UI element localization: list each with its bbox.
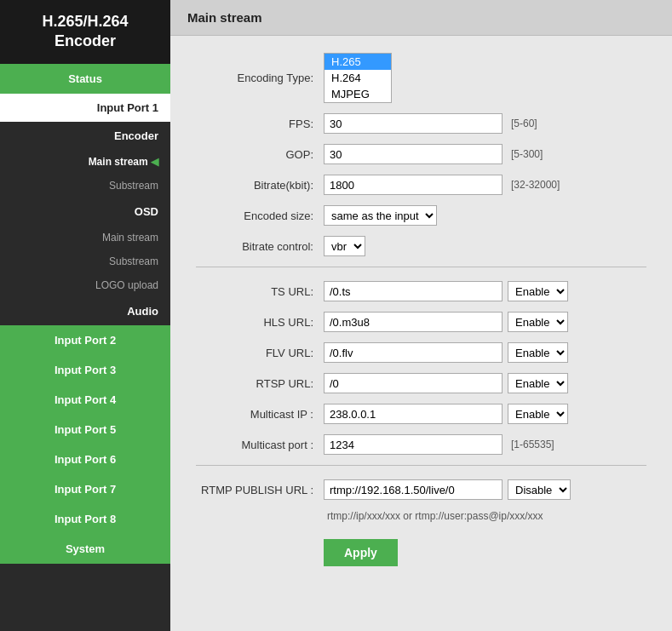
sidebar-item-input-port-1[interactable]: Input Port 1 (0, 94, 170, 122)
encoding-type-dropdown[interactable]: H.265 H.264 MJPEG (324, 53, 392, 103)
rtmp-url-control-wrap: Disable Enable (324, 479, 571, 500)
content-area: Encoding Type: H.265 H.264 MJPEG FPS: [5… (170, 36, 672, 594)
flv-url-input[interactable] (324, 342, 503, 363)
multicast-ip-input[interactable] (324, 404, 503, 424)
status-button[interactable]: Status (0, 64, 170, 94)
sidebar-item-substream[interactable]: Substream (0, 174, 170, 198)
rtmp-url-label: RTMP PUBLISH URL : (196, 484, 324, 496)
system-button[interactable]: System (0, 534, 170, 564)
multicast-port-input[interactable] (324, 434, 503, 455)
encoding-option-h264[interactable]: H.264 (325, 70, 391, 86)
rtsp-enable-select[interactable]: Enable (508, 373, 568, 393)
rtsp-url-input[interactable] (324, 373, 503, 393)
rtmp-url-input[interactable] (324, 479, 503, 500)
ts-url-row: TS URL: Enable (196, 281, 646, 301)
encoding-type-dropdown-wrap: H.265 H.264 MJPEG (324, 53, 392, 103)
gop-label: GOP: (196, 148, 324, 161)
hls-url-label: HLS URL: (196, 316, 324, 329)
encoded-size-label: Encoded size: (196, 209, 324, 222)
gop-control-wrap: [5-300] (324, 144, 543, 164)
sidebar: H.265/H.264 Encoder Status Input Port 1 … (0, 0, 170, 631)
divider-2 (196, 465, 646, 466)
rtsp-url-control-wrap: Enable (324, 373, 568, 393)
multicast-ip-enable-select[interactable]: Enable (508, 404, 568, 424)
hls-url-input[interactable] (324, 312, 503, 332)
sidebar-item-main-stream[interactable]: Main stream (0, 150, 170, 174)
flv-enable-select[interactable]: Enable (508, 342, 568, 363)
input-port-6-button[interactable]: Input Port 6 (0, 445, 170, 474)
input-port-5-button[interactable]: Input Port 5 (0, 415, 170, 445)
ts-url-input[interactable] (324, 281, 503, 301)
app-logo: H.265/H.264 Encoder (0, 0, 170, 64)
sidebar-item-osd[interactable]: OSD (0, 198, 170, 226)
multicast-port-row: Multicast port : [1-65535] (196, 434, 646, 455)
encoded-size-control-wrap: same as the input (324, 205, 437, 226)
flv-url-label: FLV URL: (196, 347, 324, 359)
fps-input[interactable] (324, 113, 503, 134)
encoded-size-select[interactable]: same as the input (324, 205, 437, 226)
bitrate-label: Bitrate(kbit): (196, 179, 324, 192)
ts-url-control-wrap: Enable (324, 281, 568, 301)
hls-url-row: HLS URL: Enable (196, 312, 646, 332)
hls-enable-select[interactable]: Enable (508, 312, 568, 332)
gop-row: GOP: [5-300] (196, 144, 646, 164)
input-port-4-button[interactable]: Input Port 4 (0, 385, 170, 415)
rtmp-hint-row: rtmp://ip/xxx/xxx or rtmp://user:pass@ip… (196, 510, 646, 522)
encoding-option-mjpeg[interactable]: MJPEG (325, 86, 391, 102)
page-title: Main stream (170, 0, 672, 36)
bitrate-range-hint: [32-32000] (511, 179, 560, 191)
encoding-type-label: Encoding Type: (196, 72, 324, 84)
apply-button[interactable]: Apply (324, 539, 398, 566)
fps-label: FPS: (196, 118, 324, 130)
apply-row: Apply (196, 532, 646, 566)
ts-url-label: TS URL: (196, 285, 324, 298)
sidebar-item-logo-upload[interactable]: LOGO upload (0, 273, 170, 297)
multicast-port-range-hint: [1-65535] (511, 439, 554, 450)
sidebar-item-osd-substream[interactable]: Substream (0, 250, 170, 273)
encoding-option-h265[interactable]: H.265 (325, 54, 391, 70)
encoded-size-row: Encoded size: same as the input (196, 205, 646, 226)
rtmp-enable-select[interactable]: Disable Enable (508, 479, 571, 500)
multicast-port-control-wrap: [1-65535] (324, 434, 554, 455)
multicast-ip-label: Multicast IP : (196, 408, 324, 421)
sidebar-item-osd-main-stream[interactable]: Main stream (0, 226, 170, 250)
rtmp-hint-text: rtmp://ip/xxx/xxx or rtmp://user:pass@ip… (327, 510, 543, 522)
rtsp-url-row: RTSP URL: Enable (196, 373, 646, 393)
rtsp-url-label: RTSP URL: (196, 377, 324, 390)
hls-url-control-wrap: Enable (324, 312, 568, 332)
rtmp-url-row: RTMP PUBLISH URL : Disable Enable (196, 479, 646, 500)
ts-enable-select[interactable]: Enable (508, 281, 568, 301)
bitrate-control-row: Bitrate control: vbr cbr (196, 236, 646, 256)
bitrate-control-wrap: [32-32000] (324, 175, 560, 195)
multicast-ip-row: Multicast IP : Enable (196, 404, 646, 424)
sidebar-item-audio[interactable]: Audio (0, 297, 170, 325)
encoding-type-row: Encoding Type: H.265 H.264 MJPEG (196, 53, 646, 103)
input-port-7-button[interactable]: Input Port 7 (0, 474, 170, 504)
sidebar-item-encoder[interactable]: Encoder (0, 122, 170, 150)
flv-url-row: FLV URL: Enable (196, 342, 646, 363)
bitrate-input[interactable] (324, 175, 503, 195)
bitrate-control-control-wrap: vbr cbr (324, 236, 365, 256)
gop-input[interactable] (324, 144, 503, 164)
fps-control-wrap: [5-60] (324, 113, 537, 134)
flv-url-control-wrap: Enable (324, 342, 568, 363)
input-port-3-button[interactable]: Input Port 3 (0, 355, 170, 385)
input-port-8-button[interactable]: Input Port 8 (0, 504, 170, 534)
bitrate-control-label: Bitrate control: (196, 240, 324, 253)
main-content: Main stream Encoding Type: H.265 H.264 M… (170, 0, 672, 631)
bitrate-control-select[interactable]: vbr cbr (324, 236, 365, 256)
gop-range-hint: [5-300] (511, 148, 543, 160)
divider-1 (196, 267, 646, 267)
bitrate-row: Bitrate(kbit): [32-32000] (196, 175, 646, 195)
fps-range-hint: [5-60] (511, 118, 537, 129)
multicast-port-label: Multicast port : (196, 439, 324, 451)
multicast-ip-control-wrap: Enable (324, 404, 568, 424)
input-port-2-button[interactable]: Input Port 2 (0, 325, 170, 355)
fps-row: FPS: [5-60] (196, 113, 646, 134)
